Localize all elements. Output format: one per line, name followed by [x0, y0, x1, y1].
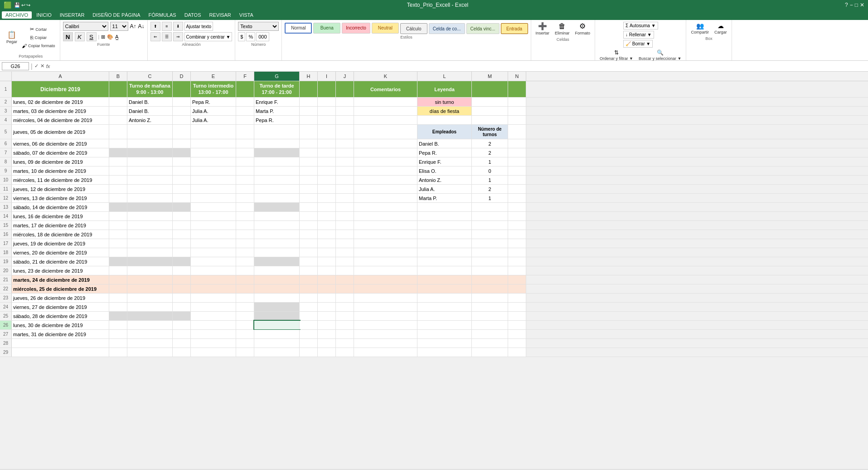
insertar-btn[interactable]: ➕ Insertar	[534, 22, 552, 36]
cell-l24[interactable]	[417, 303, 472, 311]
cell-c18[interactable]	[127, 248, 173, 257]
col-header-l[interactable]: L	[417, 72, 472, 81]
cell-i24[interactable]	[318, 303, 336, 311]
cell-a12[interactable]: viernes, 13 de diciembre de 2019	[12, 194, 109, 202]
cell-a5[interactable]: jueves, 05 de diciembre de 2019	[12, 125, 109, 139]
cell-f20[interactable]	[236, 266, 254, 275]
cell-n17[interactable]	[508, 239, 526, 248]
cell-b1[interactable]	[109, 81, 127, 97]
formato-btn[interactable]: ⚙ Formato	[573, 22, 592, 36]
cell-e29[interactable]	[191, 348, 236, 357]
cell-j13[interactable]	[336, 203, 354, 211]
cell-i12[interactable]	[318, 194, 336, 202]
cell-f16[interactable]	[236, 230, 254, 239]
cell-m25[interactable]	[472, 312, 508, 320]
cell-n8[interactable]	[508, 157, 526, 166]
style-neutral[interactable]: Neutral	[372, 23, 399, 34]
cell-l11-emp[interactable]: Julia A.	[417, 185, 472, 193]
cell-b19[interactable]	[109, 257, 127, 266]
menu-archivo[interactable]: ARCHIVO	[2, 11, 32, 19]
cell-b11[interactable]	[109, 185, 127, 193]
cell-g14[interactable]	[254, 212, 300, 220]
cell-j27[interactable]	[336, 330, 354, 338]
cell-a25[interactable]: sábado, 28 de diciembre de 2019	[12, 312, 109, 320]
menu-insertar[interactable]: INSERTAR	[56, 11, 88, 19]
cell-j8[interactable]	[336, 157, 354, 166]
cell-j1[interactable]	[336, 81, 354, 97]
cell-j14[interactable]	[336, 212, 354, 220]
cell-g17[interactable]	[254, 239, 300, 248]
cell-j19[interactable]	[336, 257, 354, 266]
cell-i15[interactable]	[318, 221, 336, 230]
cell-c13[interactable]	[127, 203, 173, 211]
cell-n13[interactable]	[508, 203, 526, 211]
cell-i8[interactable]	[318, 157, 336, 166]
cell-e7[interactable]	[191, 148, 236, 157]
menu-vista[interactable]: VISTA	[236, 11, 257, 19]
cell-l27[interactable]	[417, 330, 472, 338]
cell-f28[interactable]	[236, 339, 254, 348]
cell-m13[interactable]	[472, 203, 508, 211]
menu-formulas[interactable]: FÓRMULAS	[145, 11, 180, 19]
percent-btn[interactable]: %	[246, 32, 255, 41]
cell-n28[interactable]	[508, 339, 526, 348]
align-center-btn[interactable]: ☰	[162, 32, 172, 41]
cell-c3[interactable]: Daniel B.	[127, 107, 173, 115]
cell-h17[interactable]	[300, 239, 318, 248]
formula-func-btn[interactable]: fx	[46, 64, 50, 69]
cell-l25[interactable]	[417, 312, 472, 320]
cell-l28[interactable]	[417, 339, 472, 348]
cell-f8[interactable]	[236, 157, 254, 166]
cell-l9-emp[interactable]: Elisa O.	[417, 166, 472, 175]
cell-m15[interactable]	[472, 221, 508, 230]
cell-h5[interactable]	[300, 125, 318, 139]
cell-f1[interactable]	[236, 81, 254, 97]
cell-l5-emp-header[interactable]: Empleados	[417, 125, 472, 139]
cell-l14[interactable]	[417, 212, 472, 220]
cell-b17[interactable]	[109, 239, 127, 248]
cell-b26[interactable]	[109, 321, 127, 329]
cell-b28[interactable]	[109, 339, 127, 348]
cell-b13[interactable]	[109, 203, 127, 211]
cell-d9[interactable]	[173, 166, 191, 175]
cell-d15[interactable]	[173, 221, 191, 230]
cell-k3[interactable]	[354, 107, 417, 115]
cell-l6-emp[interactable]: Daniel B.	[417, 139, 472, 148]
cell-k22[interactable]	[354, 284, 417, 293]
cell-l2-legend[interactable]: sin turno	[417, 98, 472, 106]
cell-b8[interactable]	[109, 157, 127, 166]
cell-c17[interactable]	[127, 239, 173, 248]
cell-g16[interactable]	[254, 230, 300, 239]
border-btn[interactable]: ⊞	[101, 34, 105, 40]
cell-c27[interactable]	[127, 330, 173, 338]
cell-b25[interactable]	[109, 312, 127, 320]
compartir-btn[interactable]: 👥 Compartir	[689, 22, 711, 35]
maximize-btn[interactable]: □	[855, 2, 858, 8]
cell-l16[interactable]	[417, 230, 472, 239]
style-buena[interactable]: Buena	[313, 23, 340, 34]
cell-m27[interactable]	[472, 330, 508, 338]
cell-i1[interactable]	[318, 81, 336, 97]
cell-f13[interactable]	[236, 203, 254, 211]
cell-g25[interactable]	[254, 312, 300, 320]
cell-k17[interactable]	[354, 239, 417, 248]
help-btn[interactable]: ?	[845, 2, 848, 8]
cell-l4[interactable]	[417, 116, 472, 124]
number-format-select[interactable]: Texto	[238, 22, 279, 31]
cell-f27[interactable]	[236, 330, 254, 338]
underline-btn[interactable]: S	[87, 32, 97, 41]
cell-m26[interactable]	[472, 321, 508, 329]
increase-font-btn[interactable]: A↑	[130, 23, 136, 29]
cell-a3[interactable]: martes, 03 de diciembre de 2019	[12, 107, 109, 115]
cell-l17[interactable]	[417, 239, 472, 248]
cell-h20[interactable]	[300, 266, 318, 275]
cell-n22[interactable]	[508, 284, 526, 293]
cell-k26[interactable]	[354, 321, 417, 329]
cell-k20[interactable]	[354, 266, 417, 275]
cell-j15[interactable]	[336, 221, 354, 230]
cell-i17[interactable]	[318, 239, 336, 248]
cell-b7[interactable]	[109, 148, 127, 157]
cell-i21[interactable]	[318, 275, 336, 284]
cell-n7[interactable]	[508, 148, 526, 157]
cell-h12[interactable]	[300, 194, 318, 202]
